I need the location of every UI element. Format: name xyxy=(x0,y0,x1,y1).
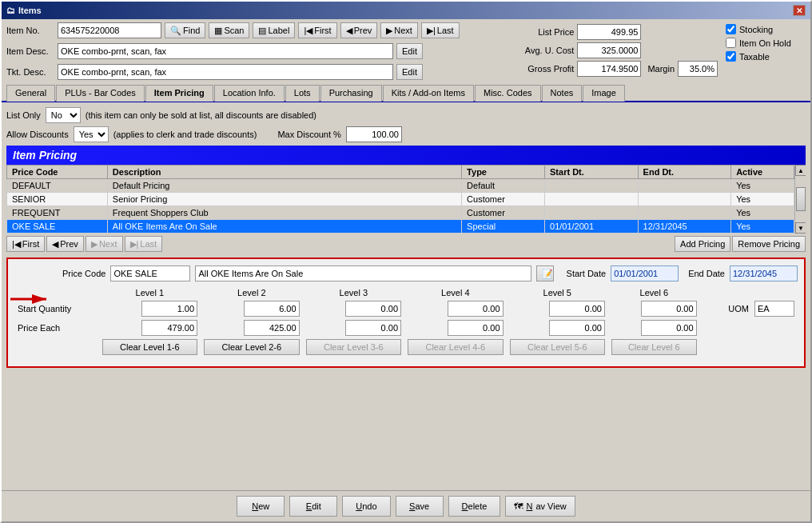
edit-tkt-button[interactable]: Edit xyxy=(396,64,423,80)
barcode-icon: ▦ xyxy=(214,26,222,36)
clear-level-3-button[interactable]: Clear Level 3-6 xyxy=(306,339,401,355)
tab-kits[interactable]: Kits / Add-on Items xyxy=(383,85,474,102)
prev-button[interactable]: ◀ Prev xyxy=(340,22,378,38)
next-button[interactable]: ▶ Next xyxy=(380,22,418,38)
tab-purchasing[interactable]: Purchasing xyxy=(320,85,382,102)
detail-description-input[interactable] xyxy=(195,265,531,281)
end-date-input[interactable] xyxy=(730,265,798,281)
price-each-5[interactable] xyxy=(549,320,605,336)
start-qty-1[interactable] xyxy=(141,301,197,317)
max-discount-input[interactable] xyxy=(346,126,402,142)
clear-level-1-button[interactable]: Clear Level 1-6 xyxy=(102,339,197,355)
scroll-up-button[interactable]: ▲ xyxy=(795,165,806,176)
col-type: Type xyxy=(462,166,545,179)
list-only-select[interactable]: No Yes xyxy=(46,107,81,123)
delete-button[interactable]: Delete xyxy=(448,496,501,517)
taxable-label: Taxable xyxy=(739,52,770,62)
tab-location-info[interactable]: Location Info. xyxy=(214,85,285,102)
taxable-checkbox[interactable] xyxy=(726,51,736,62)
stocking-checkbox[interactable] xyxy=(726,24,736,34)
clear-level-4-button[interactable]: Clear Level 4-6 xyxy=(408,339,503,355)
level6-header: Level 6 xyxy=(608,286,700,299)
scroll-down-button[interactable]: ▼ xyxy=(795,222,806,234)
last-button[interactable]: ▶| Last xyxy=(421,22,460,38)
col-description: Description xyxy=(107,166,461,179)
end-date-label: End Date xyxy=(688,269,725,278)
avg-cost-input[interactable] xyxy=(577,42,641,58)
list-only-note: (this item can only be sold at list, all… xyxy=(86,110,316,120)
binoculars-icon: 🔍 xyxy=(170,26,181,36)
edit-button[interactable]: Edit xyxy=(289,496,337,517)
clear-level-6-button[interactable]: Clear Level 6 xyxy=(611,339,697,355)
start-qty-4[interactable] xyxy=(448,301,504,317)
price-each-6[interactable] xyxy=(641,320,697,336)
uom-input[interactable] xyxy=(754,301,794,317)
tab-lots[interactable]: Lots xyxy=(285,85,320,102)
pricing-first-button[interactable]: |◀ First xyxy=(6,236,45,252)
tab-item-pricing[interactable]: Item Pricing xyxy=(145,85,213,102)
nav-view-button[interactable]: 🗺 Nav View xyxy=(505,496,575,517)
list-only-row: List Only No Yes (this item can only be … xyxy=(6,107,806,123)
start-date-input[interactable] xyxy=(611,265,679,281)
item-no-input[interactable] xyxy=(58,22,161,38)
level4-header: Level 4 xyxy=(404,286,506,299)
margin-label: Margin xyxy=(647,64,675,74)
table-row-selected[interactable]: OKE SALE All OKE Items Are On Sale Speci… xyxy=(7,220,794,234)
table-row[interactable]: FREQUENT Frequent Shoppers Club Customer… xyxy=(7,206,794,220)
tab-image[interactable]: Image xyxy=(583,85,625,102)
tab-general[interactable]: General xyxy=(6,85,55,102)
item-on-hold-checkbox[interactable] xyxy=(726,38,736,48)
col-start-dt: Start Dt. xyxy=(545,166,639,179)
list-only-label: List Only xyxy=(6,110,41,120)
save-button[interactable]: Save xyxy=(396,496,444,517)
pricing-prev-button[interactable]: ◀ Prev xyxy=(46,236,84,252)
list-price-input[interactable] xyxy=(577,24,641,40)
tkt-desc-input[interactable] xyxy=(58,64,393,80)
scan-button[interactable]: ▦ Scan xyxy=(209,22,249,38)
clear-level-5-button[interactable]: Clear Level 5-6 xyxy=(510,339,605,355)
tab-misc-codes[interactable]: Misc. Codes xyxy=(475,85,541,102)
close-button[interactable]: ✕ xyxy=(793,5,806,16)
edit-desc-button[interactable]: Edit xyxy=(396,43,423,59)
start-qty-6[interactable] xyxy=(641,301,697,317)
level2-header: Level 2 xyxy=(201,286,302,299)
remove-pricing-button[interactable]: Remove Pricing xyxy=(732,236,806,252)
label-button[interactable]: ▤ Label xyxy=(253,22,295,38)
table-row[interactable]: SENIOR Senior Pricing Customer Yes xyxy=(7,193,794,206)
start-qty-3[interactable] xyxy=(345,301,401,317)
pricing-last-button[interactable]: ▶| Last xyxy=(125,236,163,252)
new-button[interactable]: New xyxy=(237,496,285,517)
detail-price-code-label: Price Code xyxy=(62,269,105,278)
detail-price-code-input[interactable] xyxy=(110,265,190,281)
price-each-label: Price Each xyxy=(14,318,99,337)
price-each-4[interactable] xyxy=(448,320,504,336)
start-qty-2[interactable] xyxy=(244,301,300,317)
start-date-label: Start Date xyxy=(567,269,607,278)
price-each-2[interactable] xyxy=(244,320,300,336)
first-button[interactable]: |◀ First xyxy=(298,22,336,38)
item-desc-input[interactable] xyxy=(58,43,393,59)
gross-profit-input[interactable] xyxy=(577,61,641,77)
margin-input[interactable] xyxy=(678,61,718,77)
gross-profit-label: Gross Profit xyxy=(510,64,574,74)
allow-discounts-note: (applies to clerk and trade discounts) xyxy=(113,130,257,139)
undo-button[interactable]: Undo xyxy=(342,496,390,517)
col-end-dt: End Dt. xyxy=(638,166,731,179)
allow-discounts-select[interactable]: Yes No xyxy=(74,126,109,142)
scrollbar-thumb[interactable] xyxy=(796,187,806,211)
start-quantity-label: Start Quantity xyxy=(14,299,99,318)
tabs-bar: General PLUs - Bar Codes Item Pricing Lo… xyxy=(2,84,810,102)
find-button[interactable]: 🔍 Find xyxy=(165,22,205,38)
tab-notes[interactable]: Notes xyxy=(542,85,583,102)
price-each-3[interactable] xyxy=(345,320,401,336)
detail-memo-button[interactable]: 📝 xyxy=(536,265,554,281)
tkt-desc-row: Tkt. Desc. Edit xyxy=(6,64,505,80)
clear-level-2-button[interactable]: Clear Level 2-6 xyxy=(204,339,299,355)
pricing-next-button[interactable]: ▶ Next xyxy=(86,236,123,252)
add-pricing-button[interactable]: Add Pricing xyxy=(675,236,730,252)
table-row[interactable]: DEFAULT Default Pricing Default Yes xyxy=(7,179,794,193)
table-scrollbar[interactable]: ▲ ▼ xyxy=(794,165,806,234)
price-each-1[interactable] xyxy=(141,320,197,336)
tab-plus-bar-codes[interactable]: PLUs - Bar Codes xyxy=(56,85,145,102)
start-qty-5[interactable] xyxy=(549,301,605,317)
